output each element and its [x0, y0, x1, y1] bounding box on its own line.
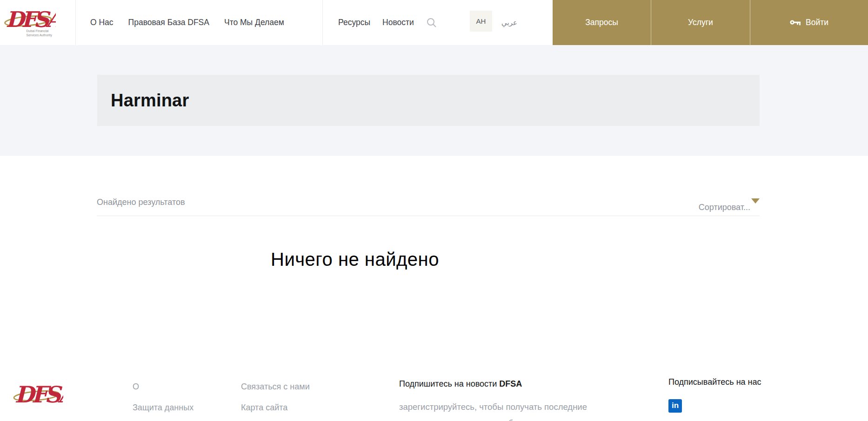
nav-news[interactable]: Новости: [382, 18, 414, 27]
footer: DFSA О Защита данных Связаться с нами Ка…: [0, 353, 868, 421]
logo-tagline-2: Services Authority: [27, 33, 53, 37]
login-button[interactable]: Войти: [750, 0, 868, 45]
social-title: Подписывайтесь на нас: [668, 377, 761, 387]
nav-what-we-do[interactable]: Что Мы Делаем: [224, 18, 284, 27]
empty-results-message: Ничего не найдено: [271, 249, 439, 270]
footer-link-about[interactable]: О: [133, 382, 139, 392]
caret-down-icon: [751, 198, 760, 204]
newsletter-title: Подпишитесь на новости DFSA: [399, 379, 522, 389]
page: DFSA Dubai Financial Services Authority …: [0, 0, 868, 421]
sort-label: Сортироват...: [699, 203, 750, 212]
header-logo[interactable]: DFSA Dubai Financial Services Authority: [0, 0, 76, 45]
header: DFSA Dubai Financial Services Authority …: [0, 0, 868, 45]
newsletter-title-text: Подпишитесь на новости: [399, 379, 499, 388]
enquiries-label: Запросы: [585, 18, 618, 27]
secondary-nav: Ресурсы Новости: [323, 0, 455, 45]
page-title: Harminar: [111, 91, 189, 111]
services-button[interactable]: Услуги: [651, 0, 750, 45]
linkedin-glyph: in: [672, 401, 679, 410]
hero-section: Harminar: [0, 45, 868, 156]
nav-about[interactable]: О Нас: [90, 18, 114, 27]
key-icon: [790, 19, 801, 26]
nav-rulebook[interactable]: Правовая База DFSA: [128, 18, 209, 27]
results-count-label: Онайдено результатов: [97, 197, 185, 207]
newsletter-description: зарегистрируйтесь, чтобы получать послед…: [399, 402, 587, 412]
primary-nav: О Нас Правовая База DFSA Что Мы Делаем: [90, 0, 284, 45]
language-switcher: АН عربي: [455, 0, 553, 45]
linkedin-icon[interactable]: in: [668, 399, 682, 413]
dfsa-logo-icon: DFSA: [13, 375, 63, 414]
services-label: Услуги: [688, 18, 713, 27]
footer-logo[interactable]: DFSA: [13, 375, 63, 416]
language-arabic-button[interactable]: عربي: [501, 0, 517, 45]
header-actions: Запросы Услуги Войти: [553, 0, 868, 45]
nav-resources[interactable]: Ресурсы: [338, 18, 370, 27]
logo-tagline-1: Dubai Financial: [27, 29, 49, 33]
newsletter-title-brand: DFSA: [499, 379, 522, 388]
results-toolbar: Онайдено результатов Сортироват...: [97, 190, 760, 216]
dfsa-logo-icon: DFSA Dubai Financial Services Authority: [4, 5, 56, 39]
page-title-box: Harminar: [97, 75, 760, 126]
newsletter-description-line2: новости, консультации и публикации: [399, 418, 546, 421]
footer-logo-text: DFSA: [15, 381, 63, 408]
footer-link-sitemap[interactable]: Карта сайта: [241, 403, 287, 413]
language-current-button[interactable]: АН: [470, 11, 492, 32]
enquiries-button[interactable]: Запросы: [553, 0, 651, 45]
logo-text: DFSA: [6, 7, 56, 32]
footer-link-data-protection[interactable]: Защита данных: [133, 403, 194, 413]
search-icon[interactable]: [426, 17, 438, 29]
footer-link-contact[interactable]: Связаться с нами: [241, 382, 310, 392]
login-label: Войти: [806, 18, 828, 27]
sort-dropdown[interactable]: Сортироват...: [699, 194, 760, 204]
